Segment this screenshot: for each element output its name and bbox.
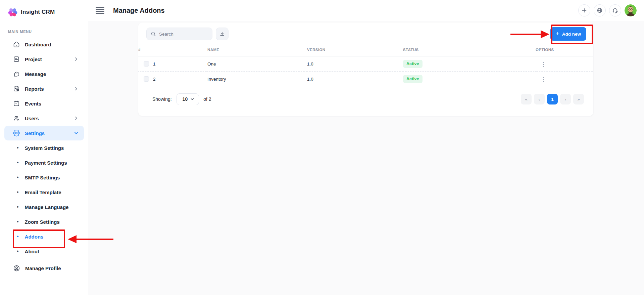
chevron-right-icon bbox=[74, 57, 79, 61]
bullet-icon: • bbox=[17, 145, 19, 151]
message-icon bbox=[13, 71, 20, 77]
export-button[interactable] bbox=[216, 28, 229, 40]
bullet-icon: • bbox=[17, 249, 19, 254]
topbar-actions bbox=[578, 4, 637, 16]
page-size-value: 10 bbox=[183, 96, 188, 102]
sidebar-item-reports[interactable]: Reports bbox=[4, 81, 84, 96]
row-checkbox[interactable] bbox=[144, 61, 149, 67]
submenu-item-payment-settings[interactable]: • Payment Settings bbox=[0, 155, 88, 170]
page-title: Manage Addons bbox=[113, 7, 165, 14]
card-toolbar: + Add new bbox=[138, 23, 593, 41]
sidebar-item-label: Manage Profile bbox=[25, 265, 61, 271]
bullet-icon: • bbox=[17, 160, 19, 165]
search-icon bbox=[151, 31, 156, 37]
table-row: 1 One 1.0 Active bbox=[138, 56, 593, 72]
sidebar-item-label: Message bbox=[25, 71, 46, 77]
settings-submenu: • System Settings • Payment Settings • S… bbox=[0, 140, 88, 259]
sidebar-item-label: Project bbox=[25, 56, 42, 62]
chevron-down-icon bbox=[190, 97, 194, 101]
app-root: Insight CRM MAIN MENU Dashboard Project bbox=[0, 0, 644, 295]
bullet-icon: • bbox=[17, 189, 19, 195]
topbar: Manage Addons bbox=[88, 0, 644, 21]
row-number: 2 bbox=[153, 77, 156, 82]
submenu-item-addons[interactable]: • Addons bbox=[0, 229, 88, 244]
column-header-num: # bbox=[138, 48, 207, 56]
support-button[interactable] bbox=[609, 4, 621, 16]
page-size-select[interactable]: 10 bbox=[177, 93, 199, 105]
pagination-prev-button[interactable]: ‹ bbox=[534, 94, 545, 104]
search-input[interactable] bbox=[159, 32, 206, 37]
events-icon bbox=[13, 100, 20, 107]
pagination-first-button[interactable]: « bbox=[521, 94, 532, 104]
card-footer: Showing: 10 of 2 « ‹ 1 › » bbox=[138, 87, 593, 105]
addon-version: 1.0 bbox=[307, 56, 403, 72]
submenu-item-label: Email Template bbox=[25, 189, 61, 195]
addon-name: Inventory bbox=[207, 72, 307, 87]
users-icon bbox=[13, 115, 20, 122]
submenu-item-system-settings[interactable]: • System Settings bbox=[0, 140, 88, 155]
sidebar-nav: Dashboard Project Message bbox=[0, 37, 88, 140]
bullet-icon: • bbox=[17, 234, 19, 239]
sidebar: Insight CRM MAIN MENU Dashboard Project bbox=[0, 0, 88, 295]
search-box bbox=[146, 28, 212, 40]
user-circle-icon bbox=[13, 265, 20, 272]
download-icon bbox=[219, 31, 225, 37]
bullet-icon: • bbox=[17, 219, 19, 224]
plus-icon bbox=[581, 7, 587, 13]
table-row: 2 Inventory 1.0 Active bbox=[138, 72, 593, 87]
add-new-button[interactable]: + Add new bbox=[550, 27, 586, 41]
add-new-label: Add new bbox=[562, 32, 581, 37]
user-avatar[interactable] bbox=[625, 4, 637, 16]
sidebar-item-users[interactable]: Users bbox=[4, 111, 84, 126]
addon-version: 1.0 bbox=[307, 72, 403, 87]
column-header-name: NAME bbox=[207, 48, 307, 56]
submenu-item-zoom-settings[interactable]: • Zoom Settings bbox=[0, 214, 88, 229]
hamburger-menu-icon[interactable] bbox=[96, 7, 104, 14]
total-count-label: of 2 bbox=[203, 96, 211, 102]
addons-card: + Add new # NAME VERSION STATUS OPTIONS bbox=[138, 23, 593, 116]
column-header-status: STATUS bbox=[403, 48, 536, 56]
submenu-item-about[interactable]: • About bbox=[0, 244, 88, 259]
sidebar-item-label: Events bbox=[25, 101, 41, 107]
sidebar-item-label: Reports bbox=[25, 86, 44, 92]
addon-name: One bbox=[207, 56, 307, 72]
row-options-kebab-icon[interactable] bbox=[540, 76, 547, 84]
submenu-item-label: Zoom Settings bbox=[25, 219, 60, 225]
sidebar-item-label: Users bbox=[25, 116, 39, 121]
flower-logo-icon bbox=[8, 7, 17, 17]
bullet-icon: • bbox=[17, 204, 19, 210]
quick-add-button[interactable] bbox=[578, 4, 590, 16]
column-header-options: OPTIONS bbox=[536, 48, 593, 56]
row-checkbox[interactable] bbox=[144, 76, 149, 82]
submenu-item-label: About bbox=[25, 249, 39, 254]
column-header-version: VERSION bbox=[307, 48, 403, 56]
sidebar-item-manage-profile[interactable]: Manage Profile bbox=[4, 261, 84, 276]
pagination-last-button[interactable]: » bbox=[573, 94, 584, 104]
submenu-item-label: Payment Settings bbox=[25, 160, 67, 166]
submenu-item-manage-language[interactable]: • Manage Language bbox=[0, 200, 88, 214]
sidebar-item-settings[interactable]: Settings bbox=[4, 126, 84, 140]
plus-icon: + bbox=[556, 31, 559, 37]
pagination-page-1-button[interactable]: 1 bbox=[547, 94, 558, 104]
avatar-image-icon bbox=[625, 4, 637, 16]
submenu-item-label: System Settings bbox=[25, 145, 64, 151]
language-button[interactable] bbox=[594, 4, 606, 16]
sidebar-item-dashboard[interactable]: Dashboard bbox=[4, 37, 84, 52]
showing-label: Showing: bbox=[152, 96, 172, 102]
chevron-down-icon bbox=[74, 131, 79, 135]
submenu-item-label: Addons bbox=[25, 234, 44, 240]
sidebar-item-project[interactable]: Project bbox=[4, 52, 84, 67]
table-header-row: # NAME VERSION STATUS OPTIONS bbox=[138, 48, 593, 56]
home-icon bbox=[13, 41, 20, 48]
submenu-item-label: SMTP Settings bbox=[25, 175, 60, 180]
sidebar-item-message[interactable]: Message bbox=[4, 67, 84, 81]
sidebar-item-events[interactable]: Events bbox=[4, 96, 84, 111]
reports-icon bbox=[13, 85, 20, 92]
submenu-item-email-template[interactable]: • Email Template bbox=[0, 185, 88, 200]
row-options-kebab-icon[interactable] bbox=[540, 61, 547, 69]
sidebar-item-label: Dashboard bbox=[25, 42, 51, 47]
app-logo[interactable]: Insight CRM bbox=[0, 0, 88, 17]
submenu-item-smtp-settings[interactable]: • SMTP Settings bbox=[0, 170, 88, 185]
pagination-next-button[interactable]: › bbox=[560, 94, 571, 104]
status-badge: Active bbox=[403, 75, 423, 83]
